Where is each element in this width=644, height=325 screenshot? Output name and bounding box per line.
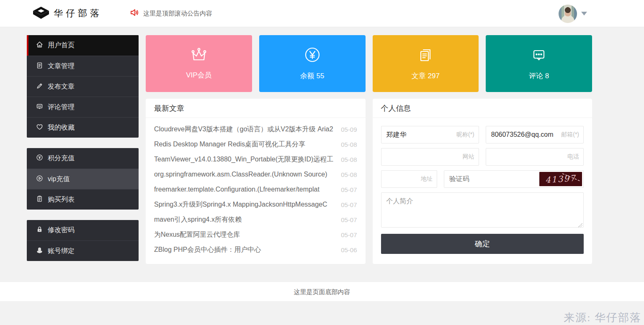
- article-link[interactable]: 为Nexus配置阿里云代理仓库: [154, 230, 337, 239]
- sidebar-item-label: 购买列表: [48, 195, 75, 204]
- article-row: Redis Desktop Manager Redis桌面可视化工具分享 05-…: [154, 137, 357, 152]
- stat-card-articles[interactable]: 文章 297: [373, 35, 479, 92]
- phone-input[interactable]: [486, 148, 584, 166]
- chat-dots-icon: [531, 46, 547, 65]
- sidebar-item-label: 用户首页: [48, 41, 75, 50]
- speaker-icon: [130, 8, 139, 19]
- article-list: Cloudreve网盘V3版本搭建（go语言）或从V2版本升级 Aria2 05…: [146, 118, 366, 257]
- sidebar-group-account: 修改密码 账号绑定: [27, 220, 139, 261]
- yen-circle-icon: [304, 46, 321, 65]
- article-link[interactable]: Cloudreve网盘V3版本搭建（go语言）或从V2版本升级 Aria2: [154, 125, 337, 134]
- website-field-wrap: 网站: [381, 148, 479, 166]
- article-date: 05-07: [341, 216, 357, 223]
- article-link[interactable]: Spring3.x升级到Spring4.x MappingJacksonHttp…: [154, 200, 337, 209]
- top-header: 华仔部落 这里是顶部滚动公告内容: [0, 0, 644, 27]
- captcha-field-wrap: 41397: [444, 170, 584, 188]
- profile-form: 昵称(*) 邮箱(*) 网站: [373, 118, 592, 262]
- qq-bind-icon: [36, 247, 43, 256]
- article-date: 05-07: [341, 201, 357, 208]
- sidebar-item-account-bind[interactable]: 账号绑定: [27, 241, 139, 261]
- stat-card-vip[interactable]: VIP会员: [146, 35, 252, 92]
- page-footer: 这里是页面底部内容: [0, 281, 644, 301]
- email-input[interactable]: [486, 126, 584, 143]
- article-link[interactable]: maven引入spring4.x所有依赖: [154, 215, 337, 224]
- sidebar-item-label: vip充值: [48, 175, 70, 184]
- latest-articles-panel: 最新文章 Cloudreve网盘V3版本搭建（go语言）或从V2版本升级 Ari…: [146, 99, 366, 264]
- stat-card-balance[interactable]: 余额 55: [259, 35, 366, 92]
- stat-card-label: 评论 8: [529, 71, 549, 81]
- documents-icon: [417, 46, 434, 65]
- bio-field-wrap: [381, 192, 584, 229]
- article-row: TeamViewer_v14.0.13880_Win_Portable(无限更换…: [154, 152, 357, 167]
- bio-textarea[interactable]: [381, 192, 584, 228]
- stat-card-comments[interactable]: 评论 8: [486, 35, 592, 92]
- sidebar-group-recharge: 积分充值 vip充值 购买列表: [27, 148, 139, 210]
- article-date: 05-06: [341, 246, 357, 253]
- sidebar-item-change-password[interactable]: 修改密码: [27, 220, 139, 241]
- article-row: Spring3.x升级到Spring4.x MappingJacksonHttp…: [154, 197, 357, 212]
- chevron-down-icon: [581, 12, 587, 15]
- nickname-input[interactable]: [381, 126, 479, 143]
- article-date: 05-09: [341, 126, 357, 133]
- sidebar-item-purchase-list[interactable]: 购买列表: [27, 189, 139, 210]
- sidebar-item-article-manage[interactable]: 文章管理: [27, 56, 139, 76]
- stat-card-label: 余额 55: [300, 71, 325, 81]
- address-input[interactable]: [381, 170, 438, 188]
- sidebar-group-main: 用户首页 文章管理 发布文章: [27, 35, 139, 138]
- sidebar-item-label: 发布文章: [48, 82, 75, 91]
- publish-icon: [36, 82, 43, 91]
- profile-panel: 个人信息 昵称(*) 邮箱(*): [373, 99, 592, 264]
- article-date: 05-08: [341, 141, 357, 148]
- article-row: 为Nexus配置阿里云代理仓库 05-07: [154, 227, 357, 242]
- article-row: ZBlog PHP会员中心插件：用户中心 05-06: [154, 242, 357, 257]
- sidebar-item-label: 我的收藏: [48, 123, 75, 132]
- sidebar-item-publish[interactable]: 发布文章: [27, 76, 139, 97]
- article-date: 05-07: [341, 186, 357, 193]
- sidebar-item-vip-recharge[interactable]: vip充值: [27, 169, 139, 189]
- sidebar-item-user-home[interactable]: 用户首页: [27, 35, 139, 56]
- comment-manage-icon: [36, 103, 43, 112]
- vip-recharge-icon: [36, 175, 43, 184]
- email-field-wrap: 邮箱(*): [486, 126, 584, 143]
- article-link[interactable]: org.springframework.asm.ClassReader.(Unk…: [154, 171, 337, 178]
- user-menu[interactable]: [559, 0, 587, 27]
- sidebar-item-label: 评论管理: [48, 103, 75, 112]
- resize-grip-icon[interactable]: [578, 223, 582, 227]
- sidebar: 用户首页 文章管理 发布文章: [27, 35, 139, 271]
- user-avatar[interactable]: [559, 5, 577, 23]
- article-link[interactable]: freemarker.template.Configuration.(Lfree…: [154, 186, 337, 193]
- stat-card-label: 文章 297: [412, 71, 440, 81]
- points-recharge-icon: [36, 154, 43, 163]
- website-input[interactable]: [381, 148, 479, 166]
- stat-cards: VIP会员 余额 55: [146, 35, 592, 92]
- main-content: VIP会员 余额 55: [146, 35, 592, 264]
- article-link[interactable]: TeamViewer_v14.0.13880_Win_Portable(无限更换…: [154, 155, 337, 164]
- sidebar-item-label: 修改密码: [48, 226, 75, 235]
- sidebar-item-label: 账号绑定: [48, 247, 75, 256]
- sidebar-item-label: 积分充值: [48, 154, 75, 163]
- logo-cube-icon: [33, 6, 49, 21]
- article-date: 05-08: [341, 171, 357, 178]
- stat-card-label: VIP会员: [186, 70, 211, 80]
- sidebar-item-points-recharge[interactable]: 积分充值: [27, 148, 139, 169]
- logo-text: 华仔部落: [54, 7, 102, 20]
- article-date: 05-08: [341, 156, 357, 163]
- watermark-text: 来源: 华仔部落: [564, 310, 641, 325]
- article-link[interactable]: Redis Desktop Manager Redis桌面可视化工具分享: [154, 140, 337, 149]
- captcha-image[interactable]: 41397: [539, 172, 582, 186]
- submit-button[interactable]: 确定: [381, 234, 584, 254]
- article-link[interactable]: ZBlog PHP会员中心插件：用户中心: [154, 246, 337, 254]
- latest-articles-title: 最新文章: [146, 99, 366, 118]
- announcement-text: 这里是顶部滚动公告内容: [143, 10, 212, 18]
- sidebar-item-favorites[interactable]: 我的收藏: [27, 117, 139, 138]
- article-row: org.springframework.asm.ClassReader.(Unk…: [154, 167, 357, 182]
- change-password-icon: [36, 226, 43, 235]
- site-logo[interactable]: 华仔部落: [33, 6, 102, 21]
- phone-field-wrap: 电话: [486, 148, 584, 166]
- address-field-wrap: 地址: [381, 170, 438, 188]
- home-icon: [36, 41, 43, 50]
- sidebar-item-comment-manage[interactable]: 评论管理: [27, 97, 139, 117]
- purchase-list-icon: [36, 195, 43, 204]
- captcha-input[interactable]: [444, 171, 539, 187]
- page-body: 用户首页 文章管理 发布文章: [0, 27, 644, 271]
